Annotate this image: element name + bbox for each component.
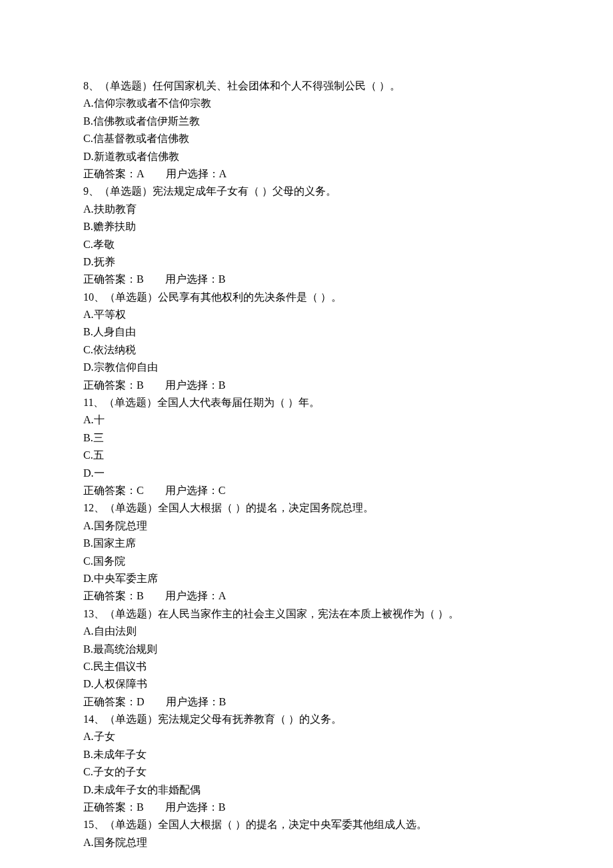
user-choice: 用户选择：B [166, 696, 227, 707]
q-number: 13 [83, 608, 94, 619]
q-type: （单选题） [105, 291, 158, 303]
option-d: D.一 [83, 465, 530, 482]
q-number: 8 [83, 80, 89, 91]
q-text: 宪法规定成年子女有（ ）父母的义务。 [153, 185, 336, 197]
option-d: D.未成年子女的非婚配偶 [83, 781, 530, 799]
correct-answer: 正确答案：B [83, 379, 144, 391]
q-text: 全国人大代表每届任期为（ ）年。 [157, 397, 320, 408]
option-a: A.国务院总理 [83, 834, 530, 851]
option-c: C.依法纳税 [83, 341, 530, 359]
q-text: 全国人大根据（ ）的提名，决定中央军委其他组成人选。 [158, 819, 427, 830]
option-c: C.国务院 [83, 553, 530, 570]
option-b: B.信佛教或者信伊斯兰教 [83, 113, 530, 130]
q-text: 公民享有其他权利的先决条件是（ ）。 [158, 291, 342, 303]
correct-answer: 正确答案：D [83, 696, 145, 707]
q-type: （单选题） [104, 397, 157, 408]
option-a: A.平等权 [83, 306, 530, 323]
option-b: B.未成年子女 [83, 746, 530, 763]
option-c: C.五 [83, 447, 530, 464]
q-text: 任何国家机关、社会团体和个人不得强制公民（ ）。 [153, 80, 400, 91]
option-b: B.三 [83, 429, 530, 447]
option-c: C.子女的子女 [83, 763, 530, 781]
option-a: A.子女 [83, 728, 530, 745]
q-type: （单选题） [105, 819, 158, 830]
answer-line: 正确答案：B用户选择：B [83, 271, 530, 288]
question-stem: 13、（单选题）在人民当家作主的社会主义国家，宪法在本质上被视作为（ ）。 [83, 605, 530, 623]
q-text: 全国人大根据（ ）的提名，决定国务院总理。 [158, 502, 374, 513]
user-choice: 用户选择：B [165, 273, 226, 285]
user-choice: 用户选择：A [166, 168, 227, 179]
q-number: 9 [83, 185, 89, 197]
option-c: C.孝敬 [83, 236, 530, 253]
option-a: A.信仰宗教或者不信仰宗教 [83, 95, 530, 112]
question-stem: 12、（单选题）全国人大根据（ ）的提名，决定国务院总理。 [83, 499, 530, 517]
option-a: A.自由法则 [83, 623, 530, 640]
user-choice: 用户选择：C [165, 485, 226, 496]
document-page: 8、（单选题）任何国家机关、社会团体和个人不得强制公民（ ）。 A.信仰宗教或者… [0, 0, 613, 868]
correct-answer: 正确答案：B [83, 801, 144, 813]
option-d: D.宗教信仰自由 [83, 359, 530, 376]
question-stem: 8、（单选题）任何国家机关、社会团体和个人不得强制公民（ ）。 [83, 77, 530, 95]
answer-line: 正确答案：C用户选择：C [83, 482, 530, 499]
option-b: B.人身自由 [83, 323, 530, 341]
q-type: （单选题） [105, 608, 158, 619]
correct-answer: 正确答案：B [83, 273, 144, 285]
q-number: 12 [83, 502, 94, 513]
option-b: B.赡养扶助 [83, 218, 530, 235]
correct-answer: 正确答案：C [83, 485, 144, 496]
question-stem: 9、（单选题）宪法规定成年子女有（ ）父母的义务。 [83, 183, 530, 200]
question-stem: 14、（单选题）宪法规定父母有抚养教育（ ）的义务。 [83, 711, 530, 728]
q-text: 在人民当家作主的社会主义国家，宪法在本质上被视作为（ ）。 [158, 608, 459, 619]
option-c: C.信基督教或者信佛教 [83, 130, 530, 147]
q-number: 15 [83, 819, 94, 830]
q-text: 宪法规定父母有抚养教育（ ）的义务。 [158, 713, 342, 725]
answer-line: 正确答案：B用户选择：B [83, 377, 530, 394]
correct-answer: 正确答案：A [83, 168, 145, 179]
option-a: A.十 [83, 411, 530, 429]
user-choice: 用户选择：A [165, 590, 227, 601]
answer-line: 正确答案：B用户选择：B [83, 799, 530, 816]
answer-line: 正确答案：D用户选择：B [83, 693, 530, 711]
user-choice: 用户选择：B [165, 379, 226, 391]
answer-line: 正确答案：B用户选择：A [83, 587, 530, 605]
q-type: （单选题） [105, 502, 158, 513]
q-number: 11 [83, 397, 93, 408]
correct-answer: 正确答案：B [83, 590, 144, 601]
user-choice: 用户选择：B [165, 801, 226, 813]
question-stem: 15、（单选题）全国人大根据（ ）的提名，决定中央军委其他组成人选。 [83, 816, 530, 833]
option-b: B.国家主席 [83, 535, 530, 552]
option-c: C.民主倡议书 [83, 658, 530, 675]
q-number: 14 [83, 713, 94, 725]
option-d: D.人权保障书 [83, 675, 530, 693]
option-a: A.国务院总理 [83, 517, 530, 535]
option-d: D.抚养 [83, 253, 530, 271]
question-stem: 11、（单选题）全国人大代表每届任期为（ ）年。 [83, 394, 530, 411]
option-a: A.扶助教育 [83, 201, 530, 218]
option-d: D.新道教或者信佛教 [83, 148, 530, 165]
q-type: （单选题） [99, 185, 153, 197]
answer-line: 正确答案：A用户选择：A [83, 165, 530, 183]
option-d: D.中央军委主席 [83, 570, 530, 587]
question-stem: 10、（单选题）公民享有其他权利的先决条件是（ ）。 [83, 289, 530, 306]
q-number: 10 [83, 291, 94, 303]
q-type: （单选题） [105, 713, 158, 725]
q-type: （单选题） [99, 80, 153, 91]
option-b: B.最高统治规则 [83, 641, 530, 658]
